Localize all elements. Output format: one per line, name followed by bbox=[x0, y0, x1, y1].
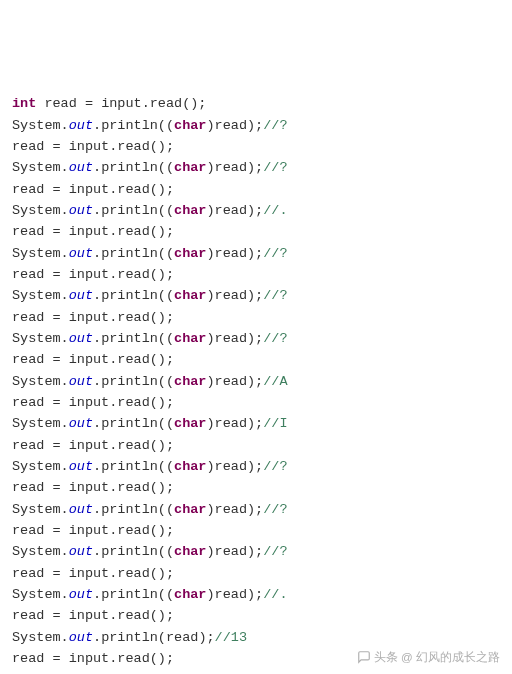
identifier-read: read bbox=[12, 267, 44, 282]
punct-cast-close: ) bbox=[206, 374, 214, 389]
comment: //? bbox=[263, 544, 287, 559]
code-line: read = input.read(); bbox=[12, 349, 500, 370]
punct-call-end: (); bbox=[150, 523, 174, 538]
method-read: read bbox=[117, 310, 149, 325]
identifier-read: read bbox=[215, 288, 247, 303]
method-read: read bbox=[117, 608, 149, 623]
code-line: read = input.read(); bbox=[12, 477, 500, 498]
code-line: read = input.read(); bbox=[12, 605, 500, 626]
punct-end: ); bbox=[247, 160, 263, 175]
punct-call-end: (); bbox=[150, 438, 174, 453]
identifier-input: input bbox=[69, 480, 110, 495]
punct-cast-close: ) bbox=[206, 288, 214, 303]
punct-end: ); bbox=[247, 544, 263, 559]
punct-end: ); bbox=[247, 459, 263, 474]
punct-dot: . bbox=[61, 459, 69, 474]
code-line: read = input.read(); bbox=[12, 136, 500, 157]
punct-call-end: (); bbox=[150, 566, 174, 581]
punct-call-end: (); bbox=[150, 224, 174, 239]
method-println: println bbox=[101, 630, 158, 645]
punct-call-end: (); bbox=[150, 182, 174, 197]
comment: //. bbox=[263, 587, 287, 602]
keyword-char: char bbox=[174, 544, 206, 559]
punct-dot: . bbox=[61, 544, 69, 559]
punct-call-end: (); bbox=[150, 480, 174, 495]
code-line: read = input.read(); bbox=[12, 520, 500, 541]
code-line: System.out.println((char)read);//? bbox=[12, 285, 500, 306]
operator-equals: = bbox=[44, 224, 68, 239]
punct-call-end: (); bbox=[182, 96, 206, 111]
code-line: System.out.println((char)read);//? bbox=[12, 499, 500, 520]
code-line: read = input.read(); bbox=[12, 435, 500, 456]
code-line: read = input.read(); bbox=[12, 563, 500, 584]
identifier-read: read bbox=[12, 523, 44, 538]
class-system: System bbox=[12, 630, 61, 645]
method-println: println bbox=[101, 288, 158, 303]
code-line: System.out.println((char)read);//I bbox=[12, 413, 500, 434]
punct-end: ); bbox=[247, 203, 263, 218]
method-println: println bbox=[101, 459, 158, 474]
operator-equals: = bbox=[44, 438, 68, 453]
identifier-input: input bbox=[69, 224, 110, 239]
punct-dot: . bbox=[93, 544, 101, 559]
code-line: System.out.println((char)read);//? bbox=[12, 243, 500, 264]
code-line: System.out.println((char)read);//A bbox=[12, 371, 500, 392]
punct-call-end: (); bbox=[150, 608, 174, 623]
identifier-input: input bbox=[101, 96, 142, 111]
identifier-input: input bbox=[69, 651, 110, 666]
field-out: out bbox=[69, 160, 93, 175]
class-system: System bbox=[12, 331, 61, 346]
code-line: System.out.println(read);//13 bbox=[12, 627, 500, 648]
identifier-read: read bbox=[215, 331, 247, 346]
punct-cast-open: (( bbox=[158, 416, 174, 431]
identifier-input: input bbox=[69, 566, 110, 581]
code-line: System.out.println((char)read);//? bbox=[12, 328, 500, 349]
punct-cast-open: (( bbox=[158, 587, 174, 602]
punct-cast-open: (( bbox=[158, 160, 174, 175]
watermark: 头条 @ 幻风的成长之路 bbox=[357, 647, 500, 666]
comment: //? bbox=[263, 502, 287, 517]
identifier-read: read bbox=[12, 566, 44, 581]
keyword-char: char bbox=[174, 587, 206, 602]
keyword-char: char bbox=[174, 374, 206, 389]
punct-dot: . bbox=[93, 459, 101, 474]
comment: //? bbox=[263, 288, 287, 303]
identifier-read: read bbox=[215, 544, 247, 559]
keyword-char: char bbox=[174, 502, 206, 517]
identifier-input: input bbox=[69, 310, 110, 325]
method-read: read bbox=[117, 352, 149, 367]
punct-dot: . bbox=[61, 288, 69, 303]
punct-dot: . bbox=[61, 203, 69, 218]
comment: //? bbox=[263, 331, 287, 346]
field-out: out bbox=[69, 630, 93, 645]
punct-cast-open: (( bbox=[158, 288, 174, 303]
code-line: System.out.println((char)read);//. bbox=[12, 200, 500, 221]
punct-end: ); bbox=[247, 587, 263, 602]
field-out: out bbox=[69, 331, 93, 346]
field-out: out bbox=[69, 544, 93, 559]
field-out: out bbox=[69, 374, 93, 389]
field-out: out bbox=[69, 203, 93, 218]
comment: //A bbox=[263, 374, 287, 389]
identifier-read: read bbox=[215, 160, 247, 175]
operator-equals: = bbox=[44, 608, 68, 623]
punct-call-end: (); bbox=[150, 139, 174, 154]
method-println: println bbox=[101, 416, 158, 431]
keyword-char: char bbox=[174, 203, 206, 218]
punct-cast-close: ) bbox=[206, 203, 214, 218]
operator-equals: = bbox=[44, 523, 68, 538]
punct-cast-close: ) bbox=[206, 246, 214, 261]
punct-call-end: (); bbox=[150, 395, 174, 410]
field-out: out bbox=[69, 502, 93, 517]
punct-end: ); bbox=[247, 331, 263, 346]
identifier-read: read bbox=[12, 608, 44, 623]
punct-dot: . bbox=[93, 246, 101, 261]
operator-equals: = bbox=[44, 480, 68, 495]
punct-dot: . bbox=[142, 96, 150, 111]
punct-call-end: (); bbox=[150, 310, 174, 325]
operator-equals: = bbox=[44, 310, 68, 325]
punct-call-end: (); bbox=[150, 267, 174, 282]
comment: //13 bbox=[215, 630, 247, 645]
method-read: read bbox=[117, 395, 149, 410]
field-out: out bbox=[69, 587, 93, 602]
